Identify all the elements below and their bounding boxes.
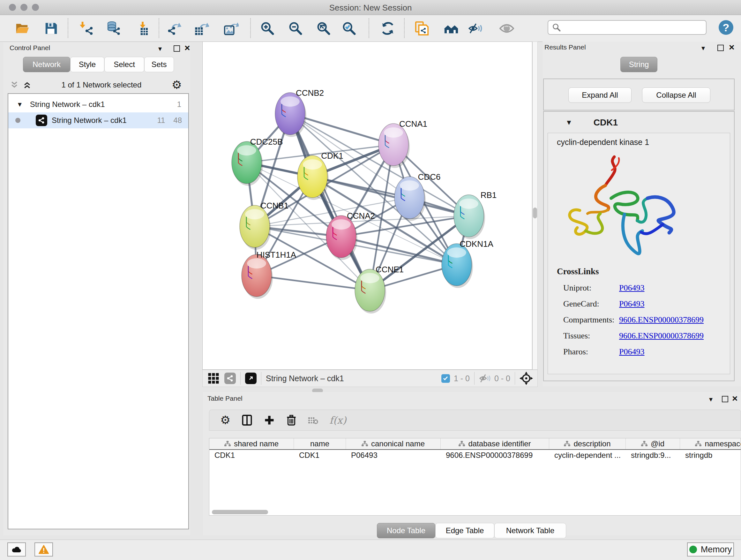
function-builder-button[interactable]: f(x) — [329, 415, 346, 426]
panel-close-icon[interactable]: × — [732, 396, 738, 401]
tab-string-results[interactable]: String — [620, 57, 657, 72]
export-network-button[interactable] — [166, 20, 183, 37]
gene-header[interactable]: ▼ CDK1 — [544, 116, 734, 130]
column-header-namespace[interactable]: namespace — [680, 438, 741, 449]
column-header-shared-name[interactable]: shared name — [209, 438, 294, 449]
genecard-link[interactable]: P06493 — [619, 299, 644, 308]
column-header-name[interactable]: name — [294, 438, 346, 449]
network-edge[interactable] — [313, 177, 469, 216]
network-edge[interactable] — [257, 275, 370, 290]
table-horizontal-scrollbar[interactable] — [212, 510, 268, 514]
panel-float-icon[interactable] — [722, 396, 728, 402]
network-canvas[interactable]: CCNB2CCNA1CDC25BCDK1CDC6RB1CCNB1CCNA2CDK… — [202, 42, 532, 370]
open-in-window-button[interactable] — [245, 373, 257, 384]
show-graphics-details-button[interactable] — [498, 20, 515, 37]
network-edge[interactable] — [290, 114, 370, 290]
export-table-button[interactable] — [193, 20, 210, 37]
network-row-selected[interactable]: String Network – cdk1 11 48 — [8, 112, 188, 128]
network-node[interactable] — [275, 92, 307, 137]
panel-close-icon[interactable]: × — [729, 45, 735, 50]
refresh-layout-button[interactable] — [380, 20, 396, 37]
import-table-button[interactable] — [135, 20, 151, 37]
network-node[interactable] — [454, 195, 485, 239]
network-node[interactable] — [394, 177, 426, 221]
tab-select[interactable]: Select — [105, 57, 144, 72]
clone-network-button[interactable] — [414, 20, 430, 37]
import-network-database-button[interactable] — [106, 20, 122, 37]
table-settings-gear-icon[interactable]: ⚙ — [220, 415, 230, 426]
gear-icon[interactable]: ⚙ — [172, 79, 182, 91]
string-network-graph[interactable]: CCNB2CCNA1CDC25BCDK1CDC6RB1CCNB1CCNA2CDK… — [203, 42, 532, 369]
panel-menu-chevron-icon[interactable]: ▾ — [701, 44, 705, 52]
string-hide-glass-button[interactable] — [467, 20, 484, 37]
pharos-link[interactable]: P06493 — [619, 347, 644, 356]
open-session-button[interactable] — [14, 20, 30, 37]
birds-eye-grid-icon[interactable] — [208, 373, 219, 384]
home-button[interactable] — [443, 20, 460, 37]
zoom-fit-button[interactable] — [315, 20, 332, 37]
zoom-in-button[interactable] — [259, 20, 276, 37]
uniprot-link[interactable]: P06493 — [619, 283, 644, 293]
cell-name[interactable]: CDK1 — [294, 450, 346, 461]
export-image-button[interactable] — [223, 20, 240, 37]
panel-float-icon[interactable] — [718, 45, 724, 51]
cell-namespace[interactable]: stringdb — [680, 450, 741, 461]
crosshair-icon[interactable] — [520, 372, 533, 385]
node-label: CCNA2 — [347, 211, 375, 221]
expand-all-icon[interactable] — [23, 81, 31, 89]
tab-style[interactable]: Style — [70, 57, 105, 72]
cell-shared-name[interactable]: CDK1 — [209, 450, 294, 461]
tab-network-table[interactable]: Network Table — [494, 523, 566, 538]
network-node[interactable] — [442, 244, 473, 288]
zoom-out-button[interactable] — [287, 20, 304, 37]
tab-node-table[interactable]: Node Table — [377, 523, 435, 538]
selected-checkbox-icon[interactable] — [441, 374, 450, 383]
crosslink-row: Compartments: 9606.ENSP00000378699 — [563, 312, 726, 328]
collapse-all-button[interactable]: Collapse All — [642, 87, 711, 103]
section-expander-icon[interactable]: ▼ — [565, 118, 572, 127]
expander-icon[interactable]: ▼ — [17, 101, 23, 108]
zoom-selected-button[interactable] — [341, 20, 357, 37]
export-network-icon — [167, 21, 182, 36]
network-collection-row[interactable]: ▼ String Network – cdk1 1 — [8, 97, 188, 112]
column-header-database-identifier[interactable]: database identifier — [441, 438, 549, 449]
create-column-button[interactable] — [264, 415, 275, 426]
expand-all-button[interactable]: Expand All — [568, 87, 631, 103]
save-session-button[interactable] — [43, 20, 59, 37]
panel-close-icon[interactable]: × — [185, 45, 190, 51]
canvas-scrollbar[interactable] — [532, 42, 538, 370]
column-header-description[interactable]: description — [549, 438, 626, 449]
network-node[interactable] — [326, 215, 357, 260]
compartments-link[interactable]: 9606.ENSP00000378699 — [619, 315, 704, 324]
cell-database-identifier[interactable]: 9606.ENSP00000378699 — [441, 450, 549, 461]
delete-table-button[interactable] — [308, 415, 319, 425]
panel-menu-chevron-icon[interactable]: ▾ — [709, 395, 713, 403]
cloud-status-button[interactable] — [7, 543, 26, 557]
import-network-file-button[interactable] — [78, 20, 95, 37]
panel-menu-chevron-icon[interactable]: ▾ — [158, 45, 162, 53]
table-row[interactable]: CDK1 CDK1 P06493 9606.ENSP00000378699 cy… — [209, 450, 741, 461]
hidden-counts: 0 - 0 — [494, 374, 510, 383]
network-node[interactable] — [242, 254, 273, 299]
column-header-canonical-name[interactable]: canonical name — [346, 438, 441, 449]
help-button[interactable]: ? — [719, 20, 733, 35]
panel-float-icon[interactable] — [174, 45, 180, 52]
network-node[interactable] — [240, 205, 271, 250]
tab-sets[interactable]: Sets — [144, 57, 174, 72]
search-input[interactable] — [561, 23, 696, 32]
delete-column-button[interactable] — [286, 415, 297, 426]
collapse-all-icon[interactable] — [10, 81, 18, 89]
cell-canonical-name[interactable]: P06493 — [346, 450, 441, 461]
network-node[interactable] — [355, 269, 386, 314]
column-header-id[interactable]: @id — [626, 438, 680, 449]
cell-description[interactable]: cyclin-dependent ... — [549, 450, 626, 461]
tab-network[interactable]: Network — [23, 57, 70, 72]
tissues-link[interactable]: 9606.ENSP00000378699 — [619, 331, 704, 340]
network-badge-icon[interactable] — [224, 373, 236, 384]
splitter-grip-vertical[interactable] — [533, 207, 537, 219]
tab-edge-table[interactable]: Edge Table — [435, 523, 494, 538]
memory-button[interactable]: Memory — [687, 543, 734, 557]
cell-id[interactable]: stringdb:9... — [626, 450, 680, 461]
show-columns-button[interactable] — [241, 415, 253, 426]
warnings-button[interactable] — [35, 543, 53, 557]
